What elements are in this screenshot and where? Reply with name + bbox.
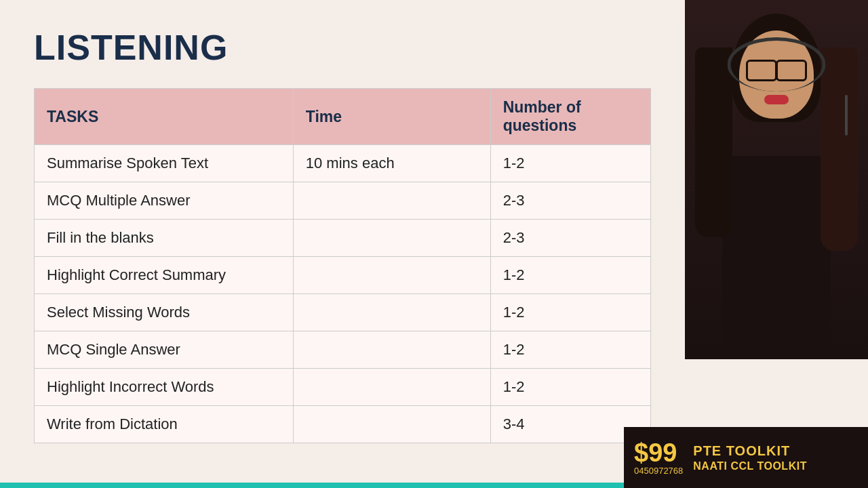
questions-cell: 1-2: [490, 369, 650, 406]
task-cell: MCQ Single Answer: [35, 331, 294, 369]
table-row: Write from Dictation3-4: [35, 406, 651, 443]
header-tasks: TASKS: [35, 89, 294, 145]
promo-line2: NAATI CCL TOOLKIT: [693, 460, 807, 472]
table-row: Select Missing Words1-2: [35, 294, 651, 331]
questions-cell: 1-2: [490, 145, 650, 182]
time-cell: [293, 257, 490, 294]
promo-phone: 0450972768: [634, 466, 683, 476]
table-row: Highlight Incorrect Words1-2: [35, 369, 651, 406]
header-time: Time: [293, 89, 490, 145]
hair-right: [821, 47, 858, 251]
questions-cell: 1-2: [490, 257, 650, 294]
time-cell: [293, 294, 490, 331]
table-row: Summarise Spoken Text10 mins each1-2: [35, 145, 651, 182]
table-row: Highlight Correct Summary1-2: [35, 257, 651, 294]
task-cell: Summarise Spoken Text: [35, 145, 294, 182]
questions-cell: 2-3: [490, 182, 650, 220]
body-silhouette: [722, 156, 831, 359]
header-questions: Number of questions: [490, 89, 650, 145]
microphone-icon: [845, 95, 848, 136]
video-overlay: [685, 0, 868, 359]
task-cell: Fill in the blanks: [35, 220, 294, 257]
questions-cell: 1-2: [490, 294, 650, 331]
task-cell: Highlight Correct Summary: [35, 257, 294, 294]
table-row: Fill in the blanks2-3: [35, 220, 651, 257]
table-row: MCQ Single Answer1-2: [35, 331, 651, 369]
task-cell: Select Missing Words: [35, 294, 294, 331]
hair-left: [695, 47, 732, 237]
lips: [764, 95, 789, 104]
questions-cell: 2-3: [490, 220, 650, 257]
time-cell: [293, 220, 490, 257]
promo-line1: PTE TOOLKIT: [693, 443, 807, 459]
questions-cell: 1-2: [490, 331, 650, 369]
page-title: LISTENING: [34, 27, 651, 68]
task-cell: Write from Dictation: [35, 406, 294, 443]
time-cell: [293, 182, 490, 220]
headphone-icon: [728, 37, 826, 92]
main-content: LISTENING TASKS Time Number of questions…: [0, 0, 685, 488]
time-cell: [293, 369, 490, 406]
promo-price-block: $99 0450972768: [634, 440, 683, 476]
person-silhouette: [685, 0, 868, 359]
promo-text-block: PTE TOOLKIT NAATI CCL TOOLKIT: [693, 443, 807, 472]
promo-price: $99: [634, 440, 683, 466]
table-row: MCQ Multiple Answer2-3: [35, 182, 651, 220]
time-cell: [293, 406, 490, 443]
time-cell: 10 mins each: [293, 145, 490, 182]
promo-banner: $99 0450972768 PTE TOOLKIT NAATI CCL TOO…: [624, 427, 868, 488]
bottom-accent-bar: [0, 483, 624, 488]
task-cell: Highlight Incorrect Words: [35, 369, 294, 406]
presenter-video: [685, 0, 868, 359]
listening-table: TASKS Time Number of questions Summarise…: [34, 88, 651, 443]
time-cell: [293, 331, 490, 369]
task-cell: MCQ Multiple Answer: [35, 182, 294, 220]
